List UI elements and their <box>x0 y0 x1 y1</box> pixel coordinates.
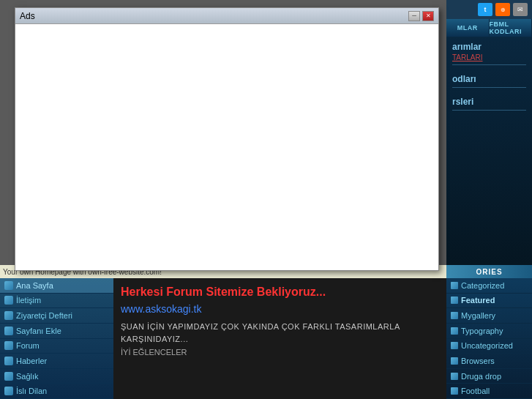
nav-item-haberler[interactable]: Haberler <box>0 354 113 369</box>
sidebar-icon <box>451 373 458 380</box>
panel-section-1: arımlar TARLARI <box>446 37 532 70</box>
ad-window-controls: ─ ✕ <box>408 11 434 21</box>
close-button[interactable]: ✕ <box>422 11 434 21</box>
nav-icon <box>4 341 13 350</box>
middle-content: Herkesi Forum Sitemize Bekliyoruz... www… <box>113 278 446 399</box>
bottom-section: Ana Sayfa İletişim Ziyaretçi Defteri Say… <box>0 278 532 399</box>
nav-item-ziyaretci[interactable]: Ziyaretçi Defteri <box>0 308 113 324</box>
minimize-button[interactable]: ─ <box>408 11 420 21</box>
sidebar-icon <box>451 357 458 365</box>
forum-sub-text: İYİ EĞLENCELER <box>121 348 439 357</box>
nav-icon <box>4 387 13 395</box>
right-panel-icons: t ⊕ ✉ <box>446 0 532 19</box>
sidebar-icon <box>451 327 458 335</box>
ad-window-titlebar: Ads ─ ✕ <box>15 8 438 24</box>
email-icon[interactable]: ✉ <box>513 3 528 16</box>
nav-item-sayfaniekle[interactable]: Sayfanı Ekle <box>0 324 113 339</box>
sidebar-item-categorized[interactable]: Categorized <box>446 278 532 294</box>
panel-section-3: rsleri <box>446 92 532 115</box>
nav-item-iletisim[interactable]: İletişim <box>0 294 113 309</box>
divider-3 <box>452 110 526 111</box>
sidebar-icon <box>451 282 458 289</box>
sidebar-item-featured[interactable]: Featured <box>446 294 532 309</box>
sidebar-icon <box>451 387 458 395</box>
left-nav: Ana Sayfa İletişim Ziyaretçi Defteri Say… <box>0 278 113 399</box>
section-title-1: arımlar <box>452 42 526 52</box>
sidebar-item-football[interactable]: Football <box>446 384 532 399</box>
sidebar-item-typography[interactable]: Typography <box>446 324 532 339</box>
nav-icon <box>4 296 13 305</box>
sidebar-item-browsers[interactable]: Browsers <box>446 354 532 369</box>
twitter-icon[interactable]: t <box>478 3 492 16</box>
forum-url[interactable]: www.asksokagi.tk <box>121 303 439 315</box>
nav-item-saglik[interactable]: Sağlık <box>0 369 113 384</box>
nav-fbml-button[interactable]: FBML KODLARI <box>490 19 533 37</box>
nav-item-anasayfa[interactable]: Ana Sayfa <box>0 278 113 294</box>
ad-window-title: Ads <box>20 11 35 21</box>
nav-icon <box>4 281 13 290</box>
section-link-1[interactable]: TARLARI <box>452 53 526 61</box>
ad-window: Ads ─ ✕ <box>15 7 439 271</box>
forum-title: Herkesi Forum Sitemize Bekliyoruz... <box>121 286 439 299</box>
sidebar-item-mygallery[interactable]: Mygallery <box>446 308 532 324</box>
nav-icon <box>4 357 13 365</box>
nav-item-forum[interactable]: Forum <box>0 339 113 354</box>
right-panel-nav: MLAR FBML KODLARI <box>446 19 532 37</box>
nav-icon <box>4 372 13 381</box>
right-panel: t ⊕ ✉ MLAR FBML KODLARI arımlar TARLARI … <box>446 0 532 278</box>
divider-1 <box>452 64 526 65</box>
sidebar-item-drugadrop[interactable]: Druga drop <box>446 369 532 384</box>
nav-mlar-button[interactable]: MLAR <box>446 19 490 37</box>
sidebar-icon <box>451 342 458 349</box>
sidebar-icon <box>451 312 458 319</box>
categories-label: ORIES <box>446 265 532 278</box>
section-title-3: rsleri <box>452 97 526 107</box>
section-title-2: odları <box>452 74 526 84</box>
right-sidebar: Categorized Featured Mygallery Typograph… <box>446 278 532 399</box>
ad-window-content <box>15 24 438 270</box>
nav-icon <box>4 311 13 320</box>
divider-2 <box>452 87 526 88</box>
rss-icon[interactable]: ⊕ <box>495 3 510 16</box>
nav-item-islidilan[interactable]: İslı Dilan <box>0 384 113 399</box>
panel-section-2: odları <box>446 70 532 92</box>
nav-icon <box>4 327 13 335</box>
sidebar-item-uncategorized[interactable]: Uncategorized <box>446 339 532 354</box>
forum-desc: ŞUAN İÇİN YAPIMDAYIZ ÇOK YAKINDA ÇOK FAR… <box>121 321 439 345</box>
sidebar-icon <box>451 297 458 304</box>
